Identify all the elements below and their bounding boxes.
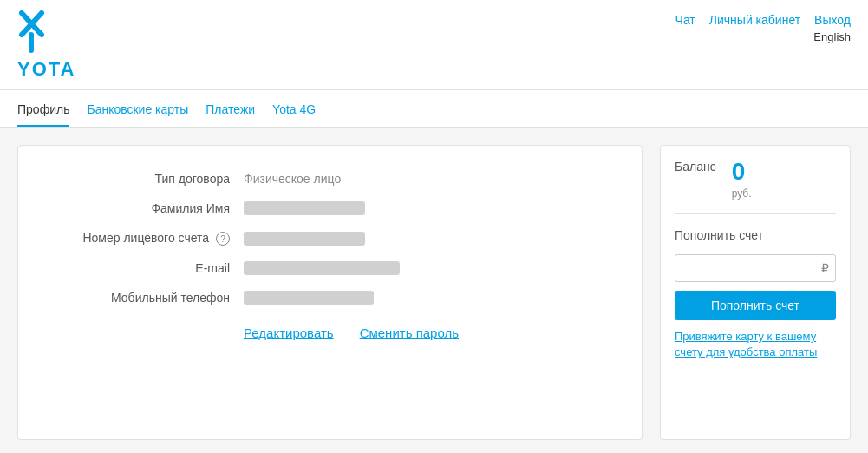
value-contract: Физическое лицо xyxy=(244,172,341,186)
label-phone: Мобильный телефон xyxy=(53,291,244,305)
sidebar: Баланс 0 руб. Пополнить счет ₽ Пополнить… xyxy=(660,145,851,440)
balance-label: Баланс xyxy=(675,160,716,174)
tab-bank-cards[interactable]: Банковские карты xyxy=(87,102,188,127)
cabinet-link[interactable]: Личный кабинет xyxy=(709,13,800,27)
header-nav: Чат Личный кабинет Выход English xyxy=(675,9,851,43)
tab-payments[interactable]: Платежи xyxy=(206,102,255,127)
profile-card: Тип договора Физическое лицо Фамилия Имя… xyxy=(17,145,643,440)
header: YOTA Чат Личный кабинет Выход English xyxy=(0,0,868,90)
profile-row-email: E-mail xyxy=(53,261,607,275)
edit-link[interactable]: Редактировать xyxy=(244,325,334,340)
logo-area: YOTA xyxy=(17,9,75,81)
profile-row-name: Фамилия Имя xyxy=(53,201,607,215)
topup-input-wrap: ₽ xyxy=(675,254,836,282)
balance-currency: руб. xyxy=(732,187,752,200)
label-account: Номер лицевого счета ? xyxy=(53,231,244,246)
header-nav-top: Чат Личный кабинет Выход xyxy=(675,13,851,27)
tab-profile[interactable]: Профиль xyxy=(17,102,69,127)
main-content: Тип договора Физическое лицо Фамилия Имя… xyxy=(0,128,868,453)
topup-currency-symbol: ₽ xyxy=(821,261,829,275)
value-name xyxy=(244,201,365,215)
value-account xyxy=(244,232,365,246)
tab-yota4g[interactable]: Yota 4G xyxy=(272,102,316,127)
tab-nav: Профиль Банковские карты Платежи Yota 4G xyxy=(0,90,868,128)
language-selector[interactable]: English xyxy=(813,30,851,43)
account-info-icon[interactable]: ? xyxy=(216,232,230,246)
value-phone xyxy=(244,291,374,305)
label-name: Фамилия Имя xyxy=(53,201,244,215)
label-email: E-mail xyxy=(53,261,244,275)
logo-text: YOTA xyxy=(17,58,75,81)
topup-amount-input[interactable] xyxy=(675,254,836,282)
link-card[interactable]: Привяжите карту к вашему счету для удобс… xyxy=(675,329,836,360)
value-email xyxy=(244,261,400,275)
chat-link[interactable]: Чат xyxy=(675,13,695,27)
topup-label: Пополнить счет xyxy=(675,228,836,242)
change-password-link[interactable]: Сменить пароль xyxy=(360,325,459,340)
balance-value-wrap: 0 руб. xyxy=(732,160,752,200)
profile-row-contract: Тип договора Физическое лицо xyxy=(53,172,607,186)
profile-actions: Редактировать Сменить пароль xyxy=(53,325,607,340)
balance-amount: 0 xyxy=(732,160,752,184)
logout-link[interactable]: Выход xyxy=(814,13,851,27)
yota-logo-icon xyxy=(17,9,61,56)
profile-row-phone: Мобильный телефон xyxy=(53,291,607,305)
topup-button[interactable]: Пополнить счет xyxy=(675,291,836,320)
label-contract: Тип договора xyxy=(53,172,244,186)
balance-section: Баланс 0 руб. xyxy=(675,160,836,214)
profile-row-account: Номер лицевого счета ? xyxy=(53,231,607,246)
topup-section: Пополнить счет ₽ Пополнить счет Привяжит… xyxy=(675,228,836,360)
